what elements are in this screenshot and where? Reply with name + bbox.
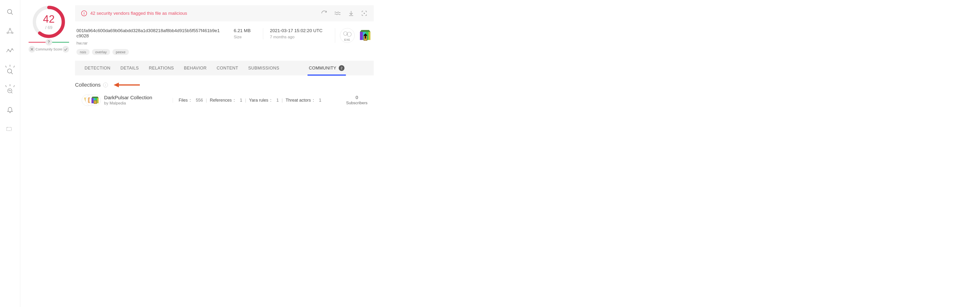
svg-line-12 bbox=[11, 73, 13, 74]
tag-nsis[interactable]: nsis bbox=[76, 49, 89, 55]
svg-rect-35 bbox=[91, 98, 93, 103]
file-hash: 001fa964c600da69b06abdd328a1d308218af8bb… bbox=[76, 28, 221, 38]
detection-gauge: 42 / 69 bbox=[32, 5, 65, 38]
svg-line-14 bbox=[11, 92, 13, 93]
bell-icon[interactable] bbox=[5, 104, 15, 115]
rar-badge bbox=[358, 28, 372, 43]
svg-point-10 bbox=[12, 49, 13, 49]
subscribers-count: 0 bbox=[346, 95, 368, 100]
graph-icon[interactable] bbox=[5, 26, 15, 36]
svg-point-22 bbox=[364, 13, 365, 14]
svg-point-0 bbox=[7, 9, 12, 14]
svg-marker-39 bbox=[91, 97, 99, 98]
svg-rect-26 bbox=[360, 32, 363, 40]
collection-stats: Files: 556 | References: 1 | Yara rules:… bbox=[173, 98, 321, 103]
file-date: 2021-03-17 15:02:20 UTC bbox=[270, 28, 323, 33]
collection-item[interactable]: DarkPulsar Collection by Malpedia Files:… bbox=[75, 93, 374, 108]
tabs-bar: DETECTION DETAILS RELATIONS BEHAVIOR CON… bbox=[75, 61, 374, 76]
subscribers-label: Subscribers bbox=[346, 101, 368, 105]
reanalyze-button[interactable] bbox=[321, 10, 328, 17]
left-sidebar bbox=[0, 0, 20, 307]
tab-community-count: 2 bbox=[339, 65, 344, 71]
file-size: 6.21 MB bbox=[234, 28, 251, 33]
collection-author: by Malpedia bbox=[104, 101, 166, 106]
community-score-marker: ? bbox=[46, 39, 52, 46]
alert-text: 42 security vendors flagged this file as… bbox=[90, 11, 187, 16]
svg-rect-29 bbox=[369, 32, 371, 40]
vote-harmless-button[interactable] bbox=[62, 46, 69, 52]
exe-label: EXE bbox=[344, 38, 350, 41]
download-button[interactable] bbox=[348, 10, 354, 16]
tab-relations[interactable]: RELATIONS bbox=[149, 61, 174, 76]
svg-point-9 bbox=[10, 51, 11, 52]
file-date-relative: 7 months ago bbox=[270, 35, 323, 40]
tab-community-label: COMMUNITY bbox=[309, 66, 337, 71]
collections-header: Collections i bbox=[75, 82, 374, 88]
similar-button[interactable] bbox=[334, 11, 341, 16]
svg-marker-30 bbox=[360, 30, 371, 32]
file-size-block: 6.21 MB Size bbox=[227, 28, 257, 40]
tab-details[interactable]: DETAILS bbox=[121, 61, 139, 76]
score-block: 42 / 69 ? Community Score bbox=[27, 5, 70, 52]
vendor-total: / 69 bbox=[45, 25, 52, 30]
tab-submissions[interactable]: SUBMISSIONS bbox=[248, 61, 279, 76]
svg-line-6 bbox=[11, 30, 12, 32]
collection-name: DarkPulsar Collection bbox=[104, 95, 166, 100]
svg-rect-25 bbox=[347, 33, 348, 35]
file-info-row: 001fa964c600da69b06abdd328a1d308218af8bb… bbox=[75, 21, 374, 59]
tag-overlay[interactable]: overlay bbox=[92, 49, 110, 55]
malicious-alert-bar: ! 42 security vendors flagged this file … bbox=[75, 5, 374, 21]
activity-icon[interactable] bbox=[5, 46, 15, 56]
collections-title: Collections bbox=[75, 82, 101, 88]
svg-line-5 bbox=[8, 30, 10, 32]
tab-behavior[interactable]: BEHAVIOR bbox=[184, 61, 207, 76]
svg-marker-33 bbox=[114, 82, 119, 87]
svg-rect-38 bbox=[97, 98, 99, 103]
api-icon[interactable] bbox=[5, 124, 15, 134]
livehunt-icon[interactable] bbox=[5, 85, 15, 95]
file-size-label: Size bbox=[234, 35, 251, 40]
file-date-block: 2021-03-17 15:02:20 UTC 7 months ago bbox=[263, 28, 329, 40]
exe-badge: EXE bbox=[340, 28, 355, 43]
svg-point-8 bbox=[8, 49, 9, 50]
hunting-icon[interactable] bbox=[5, 65, 15, 76]
alert-icon: ! bbox=[81, 11, 87, 16]
file-type-badges: EXE bbox=[335, 28, 372, 43]
community-score-label: Community Score bbox=[35, 47, 62, 51]
file-name: hw.rar bbox=[76, 41, 221, 46]
blank-region bbox=[381, 0, 980, 307]
expand-button[interactable] bbox=[361, 10, 368, 17]
info-icon[interactable]: i bbox=[103, 82, 108, 87]
tab-content[interactable]: CONTENT bbox=[217, 61, 239, 76]
main-content: 42 / 69 ? Community Score bbox=[20, 0, 381, 307]
tab-detection[interactable]: DETECTION bbox=[84, 61, 111, 76]
svg-point-11 bbox=[7, 69, 12, 73]
svg-rect-15 bbox=[7, 127, 11, 131]
collection-icon-stack bbox=[82, 93, 101, 107]
detection-count: 42 bbox=[43, 14, 55, 24]
tag-peexe[interactable]: peexe bbox=[113, 49, 129, 55]
file-tags: nsis overlay peexe bbox=[76, 49, 221, 55]
arrow-annotation bbox=[114, 82, 140, 88]
tab-community[interactable]: COMMUNITY 2 bbox=[309, 61, 345, 76]
svg-line-1 bbox=[11, 13, 13, 15]
svg-rect-40 bbox=[94, 100, 97, 104]
community-score: ? Community Score bbox=[29, 42, 69, 52]
collection-subscribers: 0 Subscribers bbox=[342, 95, 371, 105]
search-icon[interactable] bbox=[5, 7, 15, 17]
vote-malicious-button[interactable] bbox=[29, 46, 35, 52]
